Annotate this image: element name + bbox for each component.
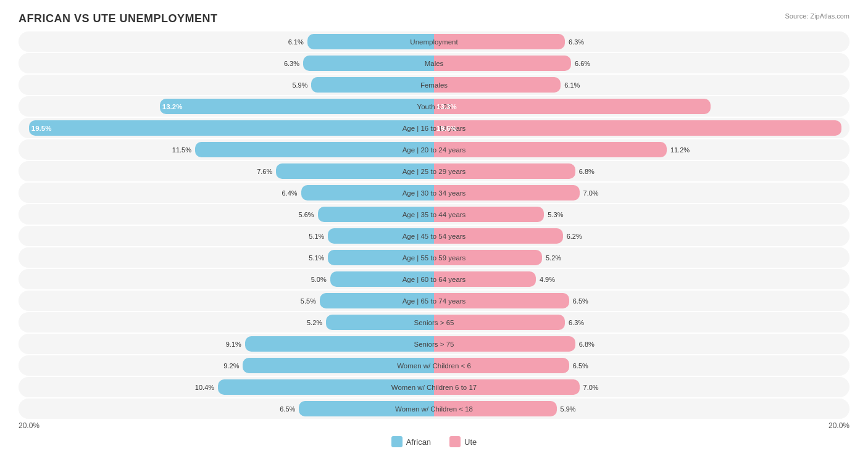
val-right: 6.5% — [570, 362, 588, 370]
chart-row: 5.9% Females 6.1% — [19, 75, 849, 95]
val-left: 5.2% — [307, 319, 325, 326]
val-left: 5.1% — [309, 233, 327, 240]
row-inner: 5.2% Seniors > 65 6.3% — [19, 312, 849, 333]
row-inner: 9.2% Women w/ Children < 6 6.5% — [19, 355, 849, 376]
legend-ute-box — [449, 436, 461, 447]
row-inner: 5.1% Age | 45 to 54 years 6.2% — [19, 226, 849, 246]
chart-row: 13.2% Youth < 25 13.3% — [19, 96, 849, 117]
val-right: 7.0% — [581, 189, 599, 197]
axis-labels: 20.0% 20.0% — [19, 421, 849, 430]
val-left: 19.5% — [31, 125, 434, 132]
right-bar — [434, 56, 571, 71]
source-text: Source: ZipAtlas.com — [785, 12, 849, 20]
row-inner: 7.6% Age | 25 to 29 years 6.8% — [19, 161, 849, 181]
label-center: Seniors > 65 — [414, 319, 454, 326]
left-bar — [245, 336, 434, 352]
val-left: 6.3% — [284, 60, 302, 67]
chart-row: 5.6% Age | 35 to 44 years 5.3% — [19, 204, 849, 225]
val-left: 11.5% — [172, 146, 194, 154]
row-inner: 5.9% Females 6.1% — [19, 75, 849, 95]
val-right: 6.8% — [577, 341, 595, 348]
label-center: Seniors > 75 — [414, 341, 454, 348]
right-bar — [434, 77, 561, 93]
label-center: Age | 35 to 44 years — [403, 211, 466, 218]
row-inner: 13.2% Youth < 25 13.3% — [19, 96, 849, 117]
row-inner: 9.1% Seniors > 75 6.8% — [19, 334, 849, 354]
chart-row: 6.5% Women w/ Children < 18 5.9% — [19, 399, 849, 419]
val-right: 6.2% — [564, 233, 582, 240]
axis-right: 20.0% — [828, 421, 849, 430]
val-right: 6.6% — [572, 60, 590, 67]
val-left: 5.5% — [301, 297, 319, 305]
legend-ute-label: Ute — [464, 437, 477, 447]
val-right: 13.3% — [434, 103, 708, 110]
label-center: Age | 20 to 24 years — [403, 146, 466, 154]
left-bar — [311, 77, 434, 93]
row-inner: 6.5% Women w/ Children < 18 5.9% — [19, 399, 849, 419]
val-right: 6.5% — [570, 297, 588, 305]
chart-row: 10.4% Women w/ Children 6 to 17 7.0% — [19, 377, 849, 397]
chart-row: 6.1% Unemployment 6.3% — [19, 31, 849, 52]
val-left: 5.1% — [309, 254, 327, 262]
chart-row: 5.2% Seniors > 65 6.3% — [19, 312, 849, 333]
val-right: 5.9% — [558, 405, 576, 413]
chart-row: 5.1% Age | 45 to 54 years 6.2% — [19, 226, 849, 246]
val-left: 6.1% — [288, 38, 306, 46]
val-left: 7.6% — [257, 168, 275, 175]
row-inner: 6.4% Age | 30 to 34 years 7.0% — [19, 183, 849, 203]
val-right: 6.3% — [566, 319, 584, 326]
val-left: 5.0% — [311, 276, 329, 283]
chart-row: 7.6% Age | 25 to 29 years 6.8% — [19, 161, 849, 181]
chart-row: 5.5% Age | 65 to 74 years 6.5% — [19, 291, 849, 311]
row-inner: 5.6% Age | 35 to 44 years 5.3% — [19, 204, 849, 225]
right-bar — [434, 336, 575, 352]
label-center: Age | 45 to 54 years — [403, 233, 466, 240]
val-left: 10.4% — [195, 384, 217, 391]
chart-title: AFRICAN VS UTE UNEMPLOYMENT — [19, 12, 849, 25]
chart-row: 5.1% Age | 55 to 59 years 5.2% — [19, 247, 849, 268]
val-right: 11.2% — [668, 146, 690, 154]
val-right: 4.9% — [537, 276, 555, 283]
legend: African Ute — [19, 436, 849, 447]
left-bar — [195, 142, 434, 157]
row-inner: 5.0% Age | 60 to 64 years 4.9% — [19, 269, 849, 289]
val-right: 5.3% — [545, 211, 563, 218]
legend-african-box — [391, 436, 403, 447]
row-inner: 11.5% Age | 20 to 24 years 11.2% — [19, 139, 849, 160]
legend-african: African — [391, 436, 431, 447]
val-right: 6.1% — [562, 81, 580, 89]
chart-row: 19.5% Age | 16 to 19 years 19.6% — [19, 118, 849, 138]
val-right: 6.8% — [577, 168, 595, 175]
chart-row: 9.1% Seniors > 75 6.8% — [19, 334, 849, 354]
val-left: 6.5% — [280, 405, 298, 413]
chart-container: AFRICAN VS UTE UNEMPLOYMENT Source: ZipA… — [0, 0, 868, 467]
label-center: Women w/ Children < 6 — [397, 362, 471, 370]
left-bar — [303, 56, 434, 71]
label-center: Age | 60 to 64 years — [403, 276, 466, 283]
val-left: 6.4% — [282, 189, 300, 197]
legend-ute: Ute — [449, 436, 477, 447]
val-right: 7.0% — [581, 384, 599, 391]
label-center: Unemployment — [410, 38, 457, 46]
label-center: Women w/ Children 6 to 17 — [391, 384, 477, 391]
chart-row: 9.2% Women w/ Children < 6 6.5% — [19, 355, 849, 376]
label-center: Age | 55 to 59 years — [403, 254, 466, 262]
label-center: Males — [425, 60, 444, 67]
val-left: 9.1% — [226, 341, 244, 348]
val-left: 9.2% — [223, 362, 241, 370]
rows-area: 6.1% Unemployment 6.3% 6.3% Males 6.6% 5… — [19, 31, 849, 419]
chart-row: 11.5% Age | 20 to 24 years 11.2% — [19, 139, 849, 160]
chart-row: 5.0% Age | 60 to 64 years 4.9% — [19, 269, 849, 289]
row-inner: 19.5% Age | 16 to 19 years 19.6% — [19, 118, 849, 138]
row-inner: 5.5% Age | 65 to 74 years 6.5% — [19, 291, 849, 311]
chart-row: 6.3% Males 6.6% — [19, 53, 849, 73]
val-left: 5.9% — [292, 81, 310, 89]
row-inner: 6.1% Unemployment 6.3% — [19, 31, 849, 52]
row-inner: 6.3% Males 6.6% — [19, 53, 849, 73]
label-center: Females — [420, 81, 448, 89]
label-center: Age | 30 to 34 years — [403, 189, 466, 197]
val-right: 19.6% — [434, 125, 839, 132]
label-center: Age | 25 to 29 years — [403, 168, 466, 175]
label-center: Women w/ Children < 18 — [395, 405, 473, 413]
row-inner: 5.1% Age | 55 to 59 years 5.2% — [19, 247, 849, 268]
